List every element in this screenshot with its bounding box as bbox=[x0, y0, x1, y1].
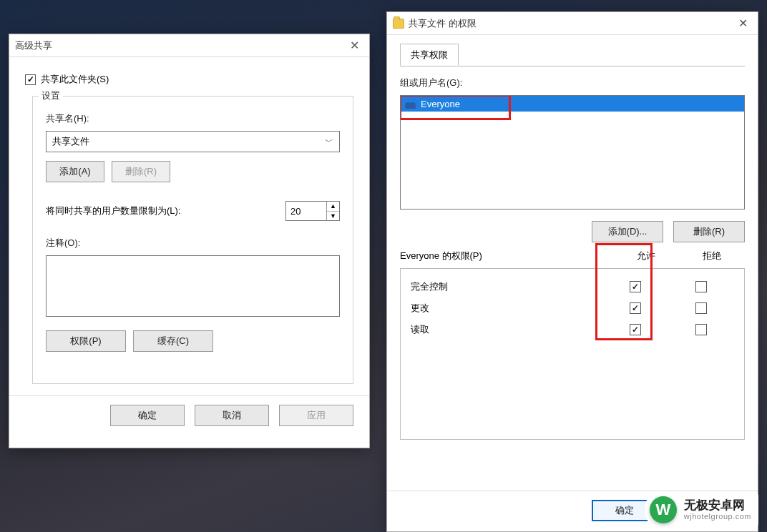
advanced-sharing-dialog: 高级共享 ✕ ✓ 共享此文件夹(S) 设置 共享名(H): 共享文件 ﹀ 添加(… bbox=[9, 34, 370, 448]
share-folder-label: 共享此文件夹(S) bbox=[41, 73, 109, 86]
folder-icon bbox=[393, 19, 404, 29]
ok-button[interactable]: 确定 bbox=[110, 405, 185, 426]
users-listbox[interactable]: Everyone bbox=[400, 95, 745, 210]
comment-textarea[interactable] bbox=[46, 255, 340, 317]
allow-full-checkbox[interactable]: ✓ bbox=[630, 281, 641, 292]
user-limit-label: 将同时共享的用户数量限制为(L): bbox=[46, 205, 181, 217]
user-everyone[interactable]: Everyone bbox=[401, 96, 744, 112]
close-icon[interactable]: ✕ bbox=[734, 15, 752, 31]
allow-modify-checkbox[interactable]: ✓ bbox=[630, 302, 641, 314]
col-allow-header: 允许 bbox=[613, 250, 679, 262]
cache-button[interactable]: 缓存(C) bbox=[133, 330, 213, 352]
chevron-down-icon: ﹀ bbox=[325, 136, 333, 148]
perm-row-full-control: 完全控制 ✓ bbox=[411, 276, 734, 297]
apply-button: 应用 bbox=[279, 405, 353, 426]
deny-modify-checkbox[interactable] bbox=[695, 302, 707, 314]
deny-full-checkbox[interactable] bbox=[695, 281, 707, 292]
user-limit-spinner[interactable]: 20 ▲ ▼ bbox=[285, 201, 340, 221]
settings-group-label: 设置 bbox=[39, 89, 63, 102]
brand-name: 无极安卓网 bbox=[684, 499, 751, 513]
share-folder-checkbox[interactable]: ✓ bbox=[25, 74, 36, 85]
brand-domain: wjhotelgroup.com bbox=[684, 512, 751, 521]
share-name-combo[interactable]: 共享文件 ﹀ bbox=[46, 131, 340, 152]
deny-read-checkbox[interactable] bbox=[695, 324, 707, 335]
add-user-button[interactable]: 添加(D)... bbox=[592, 221, 663, 242]
perm-titlebar: 共享文件 的权限 ✕ bbox=[387, 12, 758, 35]
people-icon bbox=[405, 99, 416, 109]
cancel-button[interactable]: 取消 bbox=[195, 405, 269, 426]
adv-share-title: 高级共享 bbox=[15, 39, 346, 52]
spinner-down-icon[interactable]: ▼ bbox=[327, 212, 339, 221]
add-share-button[interactable]: 添加(A) bbox=[46, 161, 104, 182]
user-everyone-label: Everyone bbox=[421, 99, 460, 109]
remove-user-button[interactable]: 删除(R) bbox=[673, 221, 745, 242]
tab-share-permissions[interactable]: 共享权限 bbox=[400, 44, 459, 66]
brand-badge: W 无极安卓网 wjhotelgroup.com bbox=[645, 493, 758, 526]
permissions-for-label: Everyone 的权限(P) bbox=[400, 250, 613, 262]
perm-title: 共享文件 的权限 bbox=[409, 17, 734, 30]
user-limit-value: 20 bbox=[286, 202, 326, 220]
spinner-arrows[interactable]: ▲ ▼ bbox=[326, 202, 339, 220]
share-name-value: 共享文件 bbox=[52, 135, 89, 148]
perm-row-read: 读取 ✓ bbox=[411, 319, 734, 340]
col-deny-header: 拒绝 bbox=[679, 250, 745, 262]
remove-share-button: 删除(R) bbox=[112, 161, 170, 182]
permissions-dialog: 共享文件 的权限 ✕ 共享权限 组或用户名(G): Everyone 添加(D)… bbox=[386, 11, 758, 532]
group-users-label: 组或用户名(G): bbox=[400, 77, 745, 89]
share-name-label: 共享名(H): bbox=[46, 112, 340, 125]
share-folder-checkbox-row[interactable]: ✓ 共享此文件夹(S) bbox=[25, 73, 353, 86]
adv-share-buttons: 确定 取消 应用 bbox=[9, 395, 369, 438]
spinner-up-icon[interactable]: ▲ bbox=[327, 202, 339, 212]
allow-read-checkbox[interactable]: ✓ bbox=[630, 324, 641, 335]
adv-share-titlebar: 高级共享 ✕ bbox=[9, 34, 369, 57]
permissions-table: 完全控制 ✓ 更改 ✓ 读取 ✓ bbox=[400, 268, 745, 440]
comment-label: 注释(O): bbox=[46, 237, 340, 250]
tabs: 共享权限 bbox=[400, 42, 745, 66]
perm-row-modify: 更改 ✓ bbox=[411, 297, 734, 319]
brand-logo-icon: W bbox=[650, 496, 677, 523]
permissions-button[interactable]: 权限(P) bbox=[46, 330, 126, 352]
settings-group: 设置 共享名(H): 共享文件 ﹀ 添加(A) 删除(R) 将同时共享的用户数量… bbox=[32, 96, 353, 384]
close-icon[interactable]: ✕ bbox=[346, 37, 363, 54]
